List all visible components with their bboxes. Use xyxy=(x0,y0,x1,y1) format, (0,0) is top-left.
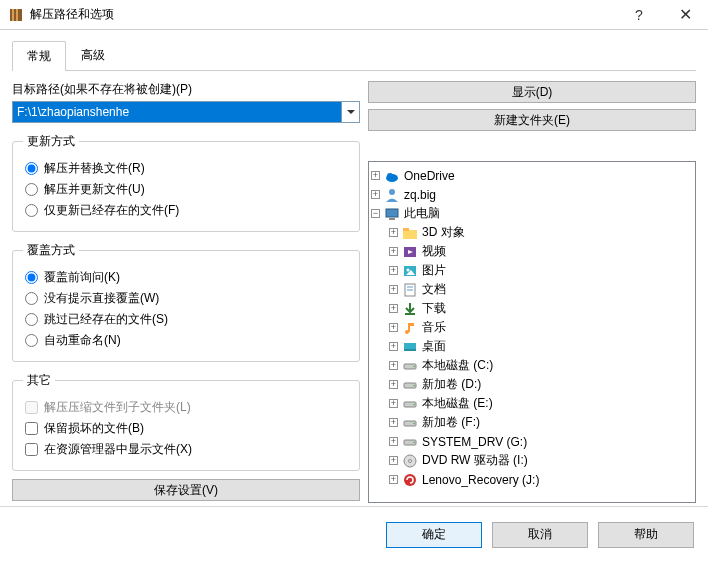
tab-advanced[interactable]: 高级 xyxy=(66,40,120,70)
svg-point-5 xyxy=(387,173,393,179)
tree-expander-icon[interactable]: + xyxy=(389,228,398,237)
group-other: 其它 解压压缩文件到子文件夹(L) 保留损坏的文件(B) 在资源管理器中显示文件… xyxy=(12,372,360,471)
tree-node-label: 新加卷 (D:) xyxy=(422,376,481,393)
save-settings-button[interactable]: 保存设置(V) xyxy=(12,479,360,501)
help-button[interactable]: ? xyxy=(616,0,662,29)
tree-expander-icon[interactable]: + xyxy=(389,247,398,256)
tree-node[interactable]: +文档 xyxy=(371,280,693,299)
tree-expander-icon[interactable]: + xyxy=(389,399,398,408)
svg-rect-9 xyxy=(403,230,417,239)
tree-expander-icon[interactable]: + xyxy=(371,171,380,180)
group-update-legend: 更新方式 xyxy=(23,133,79,150)
svg-rect-1 xyxy=(12,9,14,21)
tree-node-label: 此电脑 xyxy=(404,205,440,222)
tree-node-label: 桌面 xyxy=(422,338,446,355)
tree-node[interactable]: +新加卷 (F:) xyxy=(371,413,693,432)
opt-update-update[interactable]: 解压并更新文件(U) xyxy=(23,181,349,198)
tree-expander-icon[interactable]: + xyxy=(389,380,398,389)
titlebar: 解压路径和选项 ? ✕ xyxy=(0,0,708,30)
dvd-icon xyxy=(402,453,418,469)
tree-node-label: DVD RW 驱动器 (I:) xyxy=(422,452,528,469)
svg-rect-19 xyxy=(405,313,415,315)
tree-expander-icon[interactable]: + xyxy=(389,437,398,446)
tree-expander-icon[interactable]: + xyxy=(389,475,398,484)
help-footer-button[interactable]: 帮助 xyxy=(598,522,694,548)
tree-node[interactable]: +Lenovo_Recovery (J:) xyxy=(371,470,693,489)
tree-node[interactable]: +本地磁盘 (E:) xyxy=(371,394,693,413)
opt-other-broken[interactable]: 保留损坏的文件(B) xyxy=(23,420,349,437)
path-input[interactable] xyxy=(12,101,342,123)
drive-icon xyxy=(402,434,418,450)
tree-node[interactable]: +图片 xyxy=(371,261,693,280)
tree-node-label: 本地磁盘 (C:) xyxy=(422,357,493,374)
tree-node[interactable]: +zq.big xyxy=(371,185,693,204)
tree-node[interactable]: +SYSTEM_DRV (G:) xyxy=(371,432,693,451)
rec-icon xyxy=(402,472,418,488)
svg-point-28 xyxy=(413,384,415,386)
tree-node-label: 文档 xyxy=(422,281,446,298)
display-button[interactable]: 显示(D) xyxy=(368,81,696,103)
opt-update-replace[interactable]: 解压并替换文件(R) xyxy=(23,160,349,177)
path-dropdown[interactable] xyxy=(342,101,360,123)
svg-point-26 xyxy=(413,365,415,367)
pc-icon xyxy=(384,206,400,222)
opt-ow-ask[interactable]: 覆盖前询问(K) xyxy=(23,269,349,286)
svg-rect-2 xyxy=(16,9,18,21)
window-title: 解压路径和选项 xyxy=(30,6,616,23)
cancel-button[interactable]: 取消 xyxy=(492,522,588,548)
tree-expander-icon[interactable]: + xyxy=(389,285,398,294)
tree-node[interactable]: −此电脑 xyxy=(371,204,693,223)
tree-expander-icon[interactable]: + xyxy=(371,190,380,199)
opt-other-subfolder: 解压压缩文件到子文件夹(L) xyxy=(23,399,349,416)
drive-icon xyxy=(402,396,418,412)
drive-icon xyxy=(402,377,418,393)
desk-icon xyxy=(402,339,418,355)
music-icon xyxy=(402,320,418,336)
tree-expander-icon[interactable]: + xyxy=(389,323,398,332)
tree-expander-icon[interactable]: + xyxy=(389,266,398,275)
new-folder-button[interactable]: 新建文件夹(E) xyxy=(368,109,696,131)
tree-node[interactable]: +新加卷 (D:) xyxy=(371,375,693,394)
drive-icon xyxy=(402,415,418,431)
opt-update-existing[interactable]: 仅更新已经存在的文件(F) xyxy=(23,202,349,219)
tree-node-label: 下载 xyxy=(422,300,446,317)
svg-point-34 xyxy=(413,441,415,443)
svg-marker-3 xyxy=(347,110,355,114)
tree-node-label: 视频 xyxy=(422,243,446,260)
tree-node-label: 新加卷 (F:) xyxy=(422,414,480,431)
close-button[interactable]: ✕ xyxy=(662,0,708,29)
tree-node-label: 3D 对象 xyxy=(422,224,465,241)
video-icon xyxy=(402,244,418,260)
tree-node[interactable]: +下载 xyxy=(371,299,693,318)
tree-expander-icon[interactable]: + xyxy=(389,361,398,370)
tree-expander-icon[interactable]: + xyxy=(389,456,398,465)
group-other-legend: 其它 xyxy=(23,372,55,389)
tree-expander-icon[interactable]: − xyxy=(371,209,380,218)
svg-point-37 xyxy=(404,474,416,486)
drive-icon xyxy=(402,358,418,374)
tree-expander-icon[interactable]: + xyxy=(389,342,398,351)
cloud-icon xyxy=(384,168,400,184)
tab-general[interactable]: 常规 xyxy=(12,41,66,71)
opt-ow-rename[interactable]: 自动重命名(N) xyxy=(23,332,349,349)
opt-other-explorer[interactable]: 在资源管理器中显示文件(X) xyxy=(23,441,349,458)
tree-node[interactable]: +视频 xyxy=(371,242,693,261)
ok-button[interactable]: 确定 xyxy=(386,522,482,548)
svg-rect-8 xyxy=(389,218,395,220)
opt-ow-skip[interactable]: 跳过已经存在的文件(S) xyxy=(23,311,349,328)
tree-node[interactable]: +DVD RW 驱动器 (I:) xyxy=(371,451,693,470)
dl-icon xyxy=(402,301,418,317)
group-overwrite-legend: 覆盖方式 xyxy=(23,242,79,259)
opt-ow-silent[interactable]: 没有提示直接覆盖(W) xyxy=(23,290,349,307)
tab-strip: 常规 高级 xyxy=(12,40,696,71)
tree-node[interactable]: +3D 对象 xyxy=(371,223,693,242)
tree-node[interactable]: +OneDrive xyxy=(371,166,693,185)
tree-node[interactable]: +音乐 xyxy=(371,318,693,337)
chevron-down-icon xyxy=(347,110,355,114)
svg-rect-7 xyxy=(386,209,398,217)
tree-expander-icon[interactable]: + xyxy=(389,418,398,427)
tree-node[interactable]: +桌面 xyxy=(371,337,693,356)
tree-node[interactable]: +本地磁盘 (C:) xyxy=(371,356,693,375)
folder-tree[interactable]: +OneDrive+zq.big−此电脑+3D 对象+视频+图片+文档+下载+音… xyxy=(368,161,696,503)
tree-expander-icon[interactable]: + xyxy=(389,304,398,313)
